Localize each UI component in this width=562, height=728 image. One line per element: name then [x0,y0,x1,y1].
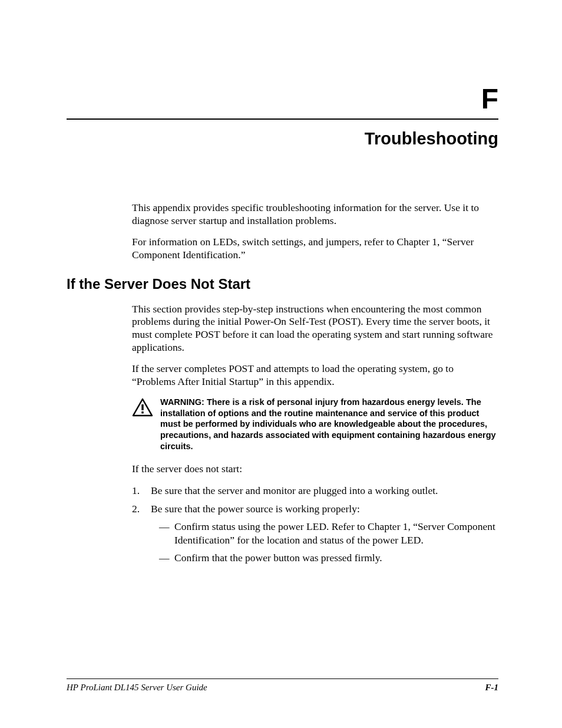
list-item-text: Confirm that the power button was presse… [174,552,382,564]
svg-rect-1 [141,411,143,413]
list-item-text: Be sure that the server and monitor are … [151,485,438,496]
appendix-letter: F [67,83,498,115]
section-content: This section provides step-by-step instr… [132,303,498,565]
list-item: Confirm status using the power LED. Refe… [151,520,498,546]
warning-text: WARNING: There is a risk of personal inj… [160,397,498,452]
svg-rect-0 [141,404,143,410]
intro-paragraph-1: This appendix provides specific troubles… [132,202,498,228]
section-heading: If the Server Does Not Start [67,276,498,292]
page-footer: HP ProLiant DL145 Server User Guide F-1 [67,678,498,693]
chapter-title: Troubleshooting [67,129,498,149]
footer-rule [67,678,498,679]
section-paragraph-2: If the server completes POST and attempt… [132,363,498,388]
sub-list: Confirm status using the power LED. Refe… [151,520,498,564]
footer-row: HP ProLiant DL145 Server User Guide F-1 [67,683,498,693]
intro-paragraph-2: For information on LEDs, switch settings… [132,236,498,262]
section-paragraph-3: If the server does not start: [132,463,498,476]
warning-block: WARNING: There is a risk of personal inj… [132,397,498,452]
warning-label: WARNING: [160,397,207,407]
warning-icon [132,398,153,420]
ordered-list: Be sure that the server and monitor are … [132,484,498,565]
footer-left: HP ProLiant DL145 Server User Guide [67,683,207,693]
document-page: F Troubleshooting This appendix provides… [0,0,562,728]
footer-right: F-1 [485,683,499,693]
header-rule [67,118,498,120]
warning-body: There is a risk of personal injury from … [160,397,496,451]
section-paragraph-1: This section provides step-by-step instr… [132,303,498,355]
list-item: Be sure that the power source is working… [132,502,498,565]
list-item: Be sure that the server and monitor are … [132,484,498,498]
body-content: This appendix provides specific troubles… [132,202,498,262]
list-item-text: Be sure that the power source is working… [151,503,360,515]
list-item: Confirm that the power button was presse… [151,551,498,564]
list-item-text: Confirm status using the power LED. Refe… [174,521,495,545]
